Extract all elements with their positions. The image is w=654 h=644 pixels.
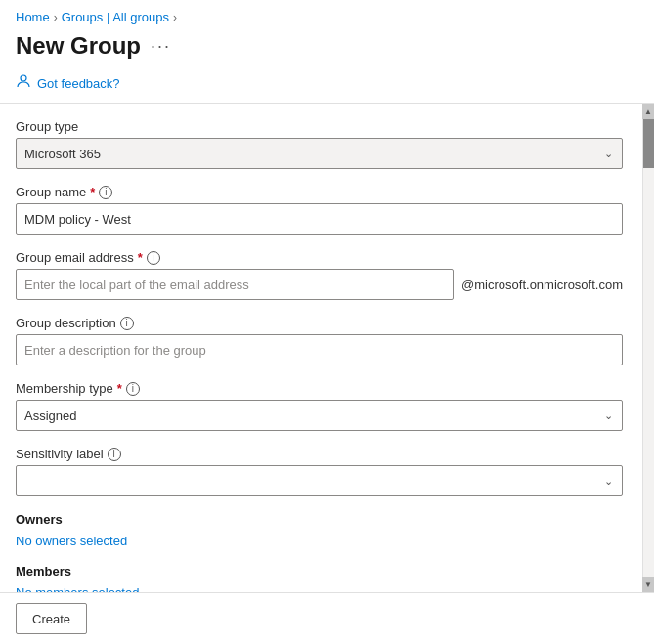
scrollbar-track: ▲ ▼ — [642, 104, 654, 592]
group-name-info-icon[interactable]: i — [99, 186, 112, 199]
membership-type-required: * — [117, 381, 122, 396]
group-email-group: Group email address * i @microsoft.onmic… — [16, 250, 623, 300]
page-title: New Group — [16, 32, 141, 60]
group-description-input[interactable] — [16, 334, 623, 365]
no-members-link[interactable]: No members selected — [16, 585, 139, 592]
group-description-group: Group description i — [16, 316, 623, 365]
group-name-group: Group name * i — [16, 185, 623, 235]
sensitivity-label-info-icon[interactable]: i — [108, 448, 121, 461]
email-row: @microsoft.onmicrosoft.com — [16, 269, 623, 300]
membership-type-select-wrapper: Assigned ⌄ — [16, 400, 623, 431]
members-group: Members No members selected — [16, 564, 623, 592]
group-name-required: * — [90, 185, 95, 199]
page-title-row: New Group ··· — [0, 28, 654, 67]
email-input-wrap — [16, 269, 454, 300]
group-name-input[interactable] — [16, 203, 623, 235]
no-owners-link[interactable]: No owners selected — [16, 534, 127, 548]
group-description-label: Group description i — [16, 316, 623, 330]
svg-point-0 — [21, 75, 26, 81]
breadcrumb-groups[interactable]: Groups | All groups — [62, 10, 169, 24]
footer-bar: Create — [0, 592, 654, 644]
sensitivity-label-select[interactable] — [16, 465, 623, 496]
breadcrumb-sep2: › — [173, 11, 177, 24]
group-type-select-wrapper: Microsoft 365 ⌄ — [16, 138, 623, 169]
more-options-icon[interactable]: ··· — [151, 36, 171, 57]
feedback-link[interactable]: Got feedback? — [37, 76, 120, 91]
membership-type-group: Membership type * i Assigned ⌄ — [16, 381, 623, 431]
members-heading: Members — [16, 564, 623, 579]
group-type-group: Group type Microsoft 365 ⌄ — [16, 119, 623, 169]
breadcrumb-sep1: › — [54, 11, 58, 24]
owners-group: Owners No owners selected — [16, 512, 623, 548]
scrollbar-up-button[interactable]: ▲ — [642, 104, 654, 119]
group-email-info-icon[interactable]: i — [147, 251, 160, 265]
breadcrumb: Home › Groups | All groups › — [0, 0, 654, 28]
email-domain: @microsoft.onmicrosoft.com — [461, 278, 623, 292]
sensitivity-label-group: Sensitivity label i ⌄ — [16, 447, 623, 496]
owners-heading: Owners — [16, 512, 623, 527]
group-name-label: Group name * i — [16, 185, 623, 199]
breadcrumb-home[interactable]: Home — [16, 10, 50, 24]
group-type-select[interactable]: Microsoft 365 — [16, 138, 623, 169]
membership-type-info-icon[interactable]: i — [126, 382, 140, 396]
group-email-input[interactable] — [16, 269, 454, 300]
group-description-info-icon[interactable]: i — [120, 317, 134, 330]
page-wrapper: Home › Groups | All groups › New Group ·… — [0, 0, 654, 644]
membership-type-select[interactable]: Assigned — [16, 400, 623, 431]
feedback-icon — [16, 73, 31, 93]
membership-type-label: Membership type * i — [16, 381, 623, 396]
group-email-label: Group email address * i — [16, 250, 623, 265]
scrollbar-down-button[interactable]: ▼ — [642, 577, 654, 592]
scrollbar-thumb[interactable] — [643, 119, 654, 168]
group-email-required: * — [138, 250, 143, 265]
group-type-label: Group type — [16, 119, 623, 134]
sensitivity-label-select-wrapper: ⌄ — [16, 465, 623, 496]
feedback-bar: Got feedback? — [0, 67, 654, 104]
create-button[interactable]: Create — [16, 603, 87, 634]
content-area: Group type Microsoft 365 ⌄ Group name * … — [0, 104, 642, 592]
sensitivity-label-label: Sensitivity label i — [16, 447, 623, 461]
